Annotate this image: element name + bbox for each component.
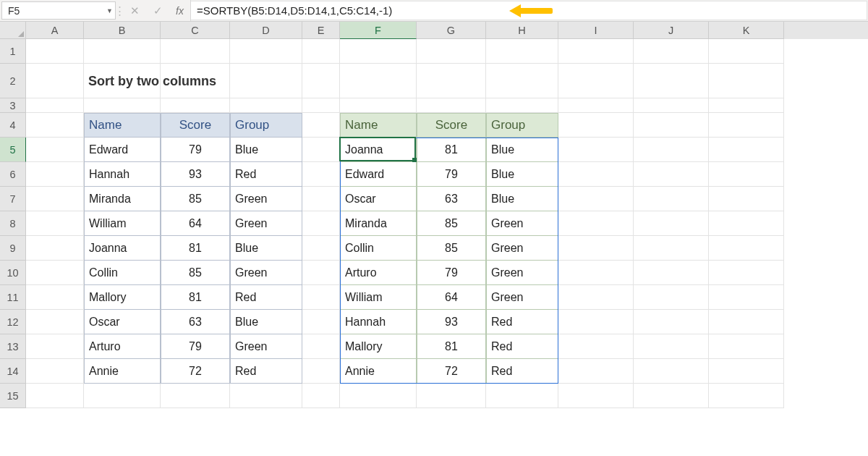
cell-D11[interactable]: Red bbox=[230, 285, 302, 310]
cell-I1[interactable] bbox=[558, 39, 634, 64]
cell-J10[interactable] bbox=[634, 261, 709, 285]
cell-A15[interactable] bbox=[26, 384, 84, 408]
cell-F5[interactable]: Joanna bbox=[340, 138, 417, 162]
cell-J8[interactable] bbox=[634, 211, 709, 236]
cell-G2[interactable] bbox=[417, 64, 486, 98]
spreadsheet-grid[interactable]: ABCDEFGHIJK 123456789101112131415 Sort b… bbox=[0, 22, 868, 456]
column-header-D[interactable]: D bbox=[230, 22, 302, 39]
cell-E8[interactable] bbox=[302, 211, 340, 236]
cancel-icon[interactable]: ✕ bbox=[123, 0, 146, 21]
row-header-5[interactable]: 5 bbox=[0, 138, 26, 162]
cell-I3[interactable] bbox=[558, 98, 634, 113]
cell-D1[interactable] bbox=[230, 39, 302, 64]
cell-J7[interactable] bbox=[634, 187, 709, 211]
cell-A14[interactable] bbox=[26, 359, 84, 384]
cell-F2[interactable] bbox=[340, 64, 417, 98]
cell-C9[interactable]: 81 bbox=[161, 236, 230, 261]
cell-C6[interactable]: 93 bbox=[161, 162, 230, 187]
cell-F8[interactable]: Miranda bbox=[340, 211, 417, 236]
cell-I6[interactable] bbox=[558, 162, 634, 187]
cell-B11[interactable]: Mallory bbox=[84, 285, 161, 310]
cell-H10[interactable]: Green bbox=[486, 261, 558, 285]
cell-E15[interactable] bbox=[302, 384, 340, 408]
cell-I2[interactable] bbox=[558, 64, 634, 98]
cell-F15[interactable] bbox=[340, 384, 417, 408]
cell-G4[interactable]: Score bbox=[417, 113, 486, 138]
cell-A8[interactable] bbox=[26, 211, 84, 236]
select-all-corner[interactable] bbox=[0, 22, 26, 39]
cell-F9[interactable]: Collin bbox=[340, 236, 417, 261]
cell-I4[interactable] bbox=[558, 113, 634, 138]
cell-C4[interactable]: Score bbox=[161, 113, 230, 138]
cell-B12[interactable]: Oscar bbox=[84, 310, 161, 334]
row-header-15[interactable]: 15 bbox=[0, 384, 26, 408]
cell-C5[interactable]: 79 bbox=[161, 138, 230, 162]
cell-C13[interactable]: 79 bbox=[161, 334, 230, 359]
cell-J4[interactable] bbox=[634, 113, 709, 138]
cell-A3[interactable] bbox=[26, 98, 84, 113]
cell-K11[interactable] bbox=[709, 285, 784, 310]
cell-C7[interactable]: 85 bbox=[161, 187, 230, 211]
cell-B10[interactable]: Collin bbox=[84, 261, 161, 285]
cell-A5[interactable] bbox=[26, 138, 84, 162]
cell-G3[interactable] bbox=[417, 98, 486, 113]
cell-F11[interactable]: William bbox=[340, 285, 417, 310]
cell-G15[interactable] bbox=[417, 384, 486, 408]
cell-grid[interactable]: Sort by two columnsNameScoreGroupEdward7… bbox=[26, 39, 868, 456]
cell-K12[interactable] bbox=[709, 310, 784, 334]
cell-J1[interactable] bbox=[634, 39, 709, 64]
cell-B4[interactable]: Name bbox=[84, 113, 161, 138]
column-header-A[interactable]: A bbox=[26, 22, 84, 39]
row-header-10[interactable]: 10 bbox=[0, 261, 26, 285]
cell-J13[interactable] bbox=[634, 334, 709, 359]
cell-J15[interactable] bbox=[634, 384, 709, 408]
cell-H6[interactable]: Blue bbox=[486, 162, 558, 187]
cell-E5[interactable] bbox=[302, 138, 340, 162]
cell-H15[interactable] bbox=[486, 384, 558, 408]
cell-G7[interactable]: 63 bbox=[417, 187, 486, 211]
cell-A1[interactable] bbox=[26, 39, 84, 64]
cell-I9[interactable] bbox=[558, 236, 634, 261]
cell-C10[interactable]: 85 bbox=[161, 261, 230, 285]
cell-I14[interactable] bbox=[558, 359, 634, 384]
row-header-12[interactable]: 12 bbox=[0, 310, 26, 334]
cell-K4[interactable] bbox=[709, 113, 784, 138]
name-box[interactable]: F5 ▼ bbox=[1, 1, 116, 20]
row-header-8[interactable]: 8 bbox=[0, 211, 26, 236]
column-header-C[interactable]: C bbox=[161, 22, 230, 39]
cell-J9[interactable] bbox=[634, 236, 709, 261]
enter-icon[interactable]: ✓ bbox=[146, 0, 169, 21]
cell-F10[interactable]: Arturo bbox=[340, 261, 417, 285]
column-header-H[interactable]: H bbox=[486, 22, 558, 39]
cell-G14[interactable]: 72 bbox=[417, 359, 486, 384]
cell-B9[interactable]: Joanna bbox=[84, 236, 161, 261]
chevron-down-icon[interactable]: ▼ bbox=[106, 7, 113, 14]
cell-I5[interactable] bbox=[558, 138, 634, 162]
cell-J5[interactable] bbox=[634, 138, 709, 162]
cell-I12[interactable] bbox=[558, 310, 634, 334]
cell-G10[interactable]: 79 bbox=[417, 261, 486, 285]
cell-H14[interactable]: Red bbox=[486, 359, 558, 384]
cell-A9[interactable] bbox=[26, 236, 84, 261]
cell-I8[interactable] bbox=[558, 211, 634, 236]
cell-B6[interactable]: Hannah bbox=[84, 162, 161, 187]
cell-F12[interactable]: Hannah bbox=[340, 310, 417, 334]
cell-E3[interactable] bbox=[302, 98, 340, 113]
cell-F14[interactable]: Annie bbox=[340, 359, 417, 384]
cell-H12[interactable]: Red bbox=[486, 310, 558, 334]
cell-E4[interactable] bbox=[302, 113, 340, 138]
cell-C11[interactable]: 81 bbox=[161, 285, 230, 310]
cell-C1[interactable] bbox=[161, 39, 230, 64]
cell-C15[interactable] bbox=[161, 384, 230, 408]
cell-C12[interactable]: 63 bbox=[161, 310, 230, 334]
cell-K8[interactable] bbox=[709, 211, 784, 236]
row-header-7[interactable]: 7 bbox=[0, 187, 26, 211]
cell-A7[interactable] bbox=[26, 187, 84, 211]
cell-E7[interactable] bbox=[302, 187, 340, 211]
cell-B15[interactable] bbox=[84, 384, 161, 408]
cell-H2[interactable] bbox=[486, 64, 558, 98]
cell-H4[interactable]: Group bbox=[486, 113, 558, 138]
cell-B8[interactable]: William bbox=[84, 211, 161, 236]
row-header-9[interactable]: 9 bbox=[0, 236, 26, 261]
cell-D7[interactable]: Green bbox=[230, 187, 302, 211]
